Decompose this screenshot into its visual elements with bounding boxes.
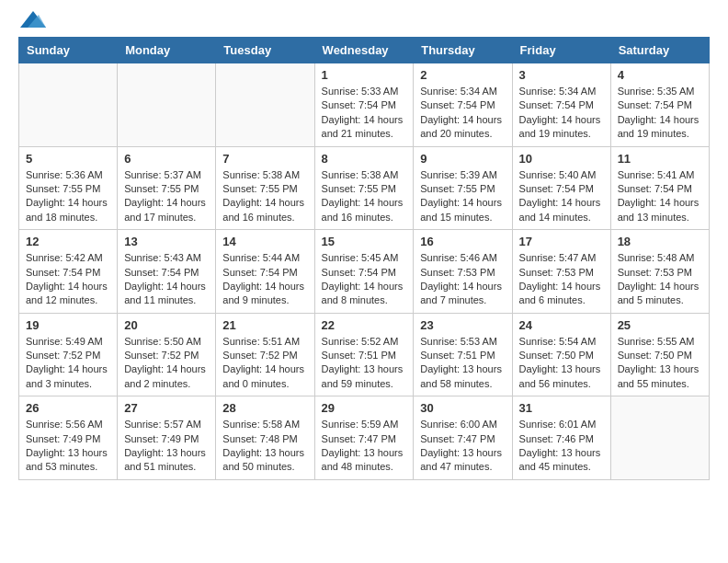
day-number: 24: [519, 318, 604, 332]
day-info: Sunrise: 5:43 AM Sunset: 7:54 PM Dayligh…: [124, 251, 209, 308]
calendar-cell: 31Sunrise: 6:01 AM Sunset: 7:46 PM Dayli…: [512, 396, 610, 480]
week-row-4: 19Sunrise: 5:49 AM Sunset: 7:52 PM Dayli…: [19, 313, 710, 396]
week-row-2: 5Sunrise: 5:36 AM Sunset: 7:55 PM Daylig…: [19, 146, 710, 230]
week-row-3: 12Sunrise: 5:42 AM Sunset: 7:54 PM Dayli…: [19, 230, 710, 314]
day-info: Sunrise: 5:38 AM Sunset: 7:55 PM Dayligh…: [322, 168, 407, 225]
day-number: 8: [322, 152, 407, 166]
calendar-cell: 24Sunrise: 5:54 AM Sunset: 7:50 PM Dayli…: [512, 313, 610, 396]
day-info: Sunrise: 5:55 AM Sunset: 7:50 PM Dayligh…: [618, 335, 702, 392]
day-info: Sunrise: 5:59 AM Sunset: 7:47 PM Dayligh…: [322, 418, 407, 475]
calendar-cell: 30Sunrise: 6:00 AM Sunset: 7:47 PM Dayli…: [414, 396, 512, 480]
day-number: 7: [222, 152, 307, 166]
day-number: 14: [222, 235, 307, 248]
calendar-cell: 20Sunrise: 5:50 AM Sunset: 7:52 PM Dayli…: [118, 313, 216, 396]
day-header-friday: Friday: [512, 38, 610, 63]
day-number: 26: [26, 401, 110, 415]
day-info: Sunrise: 5:51 AM Sunset: 7:52 PM Dayligh…: [222, 335, 307, 392]
day-info: Sunrise: 5:46 AM Sunset: 7:53 PM Dayligh…: [420, 251, 505, 308]
day-info: Sunrise: 5:56 AM Sunset: 7:49 PM Dayligh…: [26, 418, 110, 475]
calendar-cell: 21Sunrise: 5:51 AM Sunset: 7:52 PM Dayli…: [216, 313, 314, 396]
calendar-cell: 27Sunrise: 5:57 AM Sunset: 7:49 PM Dayli…: [118, 396, 216, 480]
day-info: Sunrise: 5:33 AM Sunset: 7:54 PM Dayligh…: [322, 85, 407, 142]
day-header-tuesday: Tuesday: [216, 38, 314, 63]
day-header-monday: Monday: [118, 38, 216, 63]
day-number: 21: [222, 318, 307, 332]
week-row-1: 1Sunrise: 5:33 AM Sunset: 7:54 PM Daylig…: [19, 63, 710, 147]
calendar-cell: 16Sunrise: 5:46 AM Sunset: 7:53 PM Dayli…: [414, 230, 512, 314]
day-number: 17: [519, 235, 604, 248]
calendar-cell: 23Sunrise: 5:53 AM Sunset: 7:51 PM Dayli…: [414, 313, 512, 396]
day-info: Sunrise: 5:42 AM Sunset: 7:54 PM Dayligh…: [26, 251, 110, 308]
day-number: 22: [322, 318, 407, 332]
day-info: Sunrise: 5:35 AM Sunset: 7:54 PM Dayligh…: [618, 85, 702, 142]
calendar-cell: 10Sunrise: 5:40 AM Sunset: 7:54 PM Dayli…: [512, 146, 610, 230]
day-number: 16: [420, 235, 505, 248]
day-info: Sunrise: 5:52 AM Sunset: 7:51 PM Dayligh…: [322, 335, 407, 392]
calendar-cell: [19, 63, 118, 147]
calendar-cell: 11Sunrise: 5:41 AM Sunset: 7:54 PM Dayli…: [610, 146, 709, 230]
day-number: 15: [322, 235, 407, 248]
day-info: Sunrise: 5:58 AM Sunset: 7:48 PM Dayligh…: [222, 418, 307, 475]
day-number: 28: [222, 401, 307, 415]
day-info: Sunrise: 5:44 AM Sunset: 7:54 PM Dayligh…: [222, 251, 307, 308]
calendar-cell: 9Sunrise: 5:39 AM Sunset: 7:55 PM Daylig…: [414, 146, 512, 230]
day-number: 1: [322, 68, 407, 82]
day-info: Sunrise: 5:50 AM Sunset: 7:52 PM Dayligh…: [124, 335, 209, 392]
day-number: 30: [420, 401, 505, 415]
week-row-5: 26Sunrise: 5:56 AM Sunset: 7:49 PM Dayli…: [19, 396, 710, 480]
day-info: Sunrise: 5:34 AM Sunset: 7:54 PM Dayligh…: [420, 85, 505, 142]
calendar-cell: [118, 63, 216, 147]
day-number: 19: [26, 318, 110, 332]
day-number: 6: [124, 152, 209, 166]
calendar-cell: 7Sunrise: 5:38 AM Sunset: 7:55 PM Daylig…: [216, 146, 314, 230]
day-info: Sunrise: 6:00 AM Sunset: 7:47 PM Dayligh…: [420, 418, 505, 475]
calendar-cell: 12Sunrise: 5:42 AM Sunset: 7:54 PM Dayli…: [19, 230, 118, 314]
day-number: 25: [618, 318, 702, 332]
day-number: 10: [519, 152, 604, 166]
day-info: Sunrise: 5:39 AM Sunset: 7:55 PM Dayligh…: [420, 168, 505, 225]
day-number: 11: [618, 152, 702, 166]
calendar-cell: 18Sunrise: 5:48 AM Sunset: 7:53 PM Dayli…: [610, 230, 709, 314]
day-info: Sunrise: 5:45 AM Sunset: 7:54 PM Dayligh…: [322, 251, 407, 308]
calendar-header-row: SundayMondayTuesdayWednesdayThursdayFrid…: [19, 38, 710, 63]
day-number: 9: [420, 152, 505, 166]
logo-icon: [20, 11, 46, 28]
day-info: Sunrise: 5:36 AM Sunset: 7:55 PM Dayligh…: [26, 168, 110, 225]
calendar-cell: 3Sunrise: 5:34 AM Sunset: 7:54 PM Daylig…: [512, 63, 610, 147]
day-info: Sunrise: 5:47 AM Sunset: 7:53 PM Dayligh…: [519, 251, 604, 308]
day-info: Sunrise: 5:57 AM Sunset: 7:49 PM Dayligh…: [124, 418, 209, 475]
calendar-cell: 8Sunrise: 5:38 AM Sunset: 7:55 PM Daylig…: [314, 146, 414, 230]
day-number: 13: [124, 235, 209, 248]
day-number: 3: [519, 68, 604, 82]
day-number: 18: [618, 235, 702, 248]
day-number: 12: [26, 235, 110, 248]
calendar-cell: 14Sunrise: 5:44 AM Sunset: 7:54 PM Dayli…: [216, 230, 314, 314]
day-info: Sunrise: 5:53 AM Sunset: 7:51 PM Dayligh…: [420, 335, 505, 392]
day-header-saturday: Saturday: [610, 38, 709, 63]
day-header-thursday: Thursday: [414, 38, 512, 63]
day-number: 29: [322, 401, 407, 415]
day-info: Sunrise: 5:41 AM Sunset: 7:54 PM Dayligh…: [618, 168, 702, 225]
day-info: Sunrise: 5:37 AM Sunset: 7:55 PM Dayligh…: [124, 168, 209, 225]
calendar-table: SundayMondayTuesdayWednesdayThursdayFrid…: [18, 37, 710, 480]
day-info: Sunrise: 5:48 AM Sunset: 7:53 PM Dayligh…: [618, 251, 702, 308]
day-number: 27: [124, 401, 209, 415]
calendar-cell: 5Sunrise: 5:36 AM Sunset: 7:55 PM Daylig…: [19, 146, 118, 230]
calendar-cell: 26Sunrise: 5:56 AM Sunset: 7:49 PM Dayli…: [19, 396, 118, 480]
calendar-cell: 2Sunrise: 5:34 AM Sunset: 7:54 PM Daylig…: [414, 63, 512, 147]
day-info: Sunrise: 5:34 AM Sunset: 7:54 PM Dayligh…: [519, 85, 604, 142]
calendar-cell: 29Sunrise: 5:59 AM Sunset: 7:47 PM Dayli…: [314, 396, 414, 480]
calendar-cell: 25Sunrise: 5:55 AM Sunset: 7:50 PM Dayli…: [610, 313, 709, 396]
calendar-cell: 22Sunrise: 5:52 AM Sunset: 7:51 PM Dayli…: [314, 313, 414, 396]
day-info: Sunrise: 5:40 AM Sunset: 7:54 PM Dayligh…: [519, 168, 604, 225]
calendar-cell: 4Sunrise: 5:35 AM Sunset: 7:54 PM Daylig…: [610, 63, 709, 147]
day-number: 31: [519, 401, 604, 415]
day-info: Sunrise: 5:49 AM Sunset: 7:52 PM Dayligh…: [26, 335, 110, 392]
calendar-cell: [216, 63, 314, 147]
logo: [18, 18, 46, 28]
day-number: 23: [420, 318, 505, 332]
calendar-cell: 17Sunrise: 5:47 AM Sunset: 7:53 PM Dayli…: [512, 230, 610, 314]
day-number: 4: [618, 68, 702, 82]
calendar-cell: 15Sunrise: 5:45 AM Sunset: 7:54 PM Dayli…: [314, 230, 414, 314]
day-info: Sunrise: 5:54 AM Sunset: 7:50 PM Dayligh…: [519, 335, 604, 392]
